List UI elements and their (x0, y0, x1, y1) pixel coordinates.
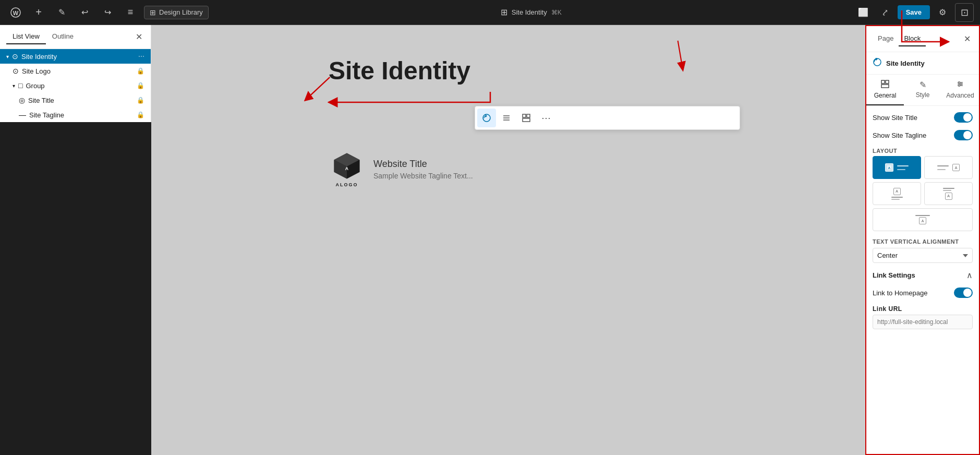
design-library-icon: ⊞ (150, 8, 156, 17)
sub-tab-style-label: Style (916, 91, 930, 99)
close-panel-button[interactable]: ✕ (134, 30, 144, 44)
chevron-down-icon: ▾ (6, 54, 9, 59)
left-panel-tabs: List View Outline (6, 29, 80, 44)
layout-option-5[interactable]: A (873, 208, 973, 231)
svg-text:A: A (345, 166, 349, 171)
settings-button[interactable]: ⚙ (933, 3, 952, 22)
layout-option-4[interactable]: A (924, 182, 973, 205)
link-to-homepage-row: Link to Homepage (873, 288, 973, 298)
toolbar-align-button[interactable] (497, 109, 516, 127)
wp-logo-button[interactable]: W (6, 3, 25, 22)
show-site-tagline-row: Show Site Tagline (873, 130, 973, 140)
svg-point-25 (959, 85, 960, 87)
preview-button[interactable]: ⬜ (854, 3, 873, 22)
site-identity-icon: ⊙ (12, 52, 18, 61)
lock-icon-group: 🔒 (137, 82, 144, 89)
close-right-panel-button[interactable]: ✕ (962, 32, 973, 46)
center-block-icon: ⊞ (501, 7, 507, 17)
svg-rect-19 (881, 85, 889, 88)
link-settings-header: Link Settings ∧ (873, 270, 973, 280)
site-tagline-display: Sample Website Tagline Text... (373, 172, 473, 180)
tree-label-site-logo: Site Logo (22, 67, 51, 75)
tree-label-site-identity: Site Identity (21, 53, 57, 61)
tab-outline[interactable]: Outline (46, 29, 80, 44)
site-tagline-icon: — (19, 111, 26, 119)
svg-point-24 (961, 83, 962, 85)
site-title-display: Website Title (373, 159, 473, 170)
link-settings-label: Link Settings (873, 271, 915, 279)
tree-label-site-tagline: Site Tagline (29, 111, 64, 119)
general-icon (881, 80, 889, 90)
right-panel: Page Block ✕ Site Identity (865, 25, 980, 455)
link-settings-collapse-button[interactable]: ∧ (966, 270, 973, 280)
tree-item-group[interactable]: ▾ □ Group 🔒 (0, 78, 151, 93)
topbar: W + ✎ ↩ ↪ ≡ ⊞ Design Library ⊞ Site Iden… (0, 0, 980, 25)
redo-button[interactable]: ↪ (98, 3, 117, 22)
toolbar-rotate-button[interactable] (477, 109, 496, 127)
edit-button[interactable]: ✎ (52, 3, 71, 22)
svg-rect-8 (523, 114, 526, 117)
layout-option-2[interactable]: A (924, 156, 973, 179)
block-toolbar: ⋯ (475, 106, 740, 130)
topbar-left: W + ✎ ↩ ↪ ≡ ⊞ Design Library (6, 3, 209, 22)
sub-tab-general[interactable]: General (866, 75, 904, 105)
site-logo-icon: ⊙ (13, 67, 19, 75)
svg-line-2 (307, 77, 330, 98)
undo-button[interactable]: ↩ (75, 3, 94, 22)
tree-item-site-identity[interactable]: ▾ ⊙ Site Identity ⋯ (0, 49, 151, 64)
svg-text:A: A (888, 166, 891, 170)
block-title: Site Identity (886, 59, 925, 67)
tab-block[interactable]: Block (899, 31, 926, 46)
lock-icon-title: 🔒 (137, 97, 144, 104)
topbar-right: ⬜ ⤤ Save ⚙ ⊡ (854, 3, 974, 22)
panel-tabs: Page Block (873, 31, 926, 46)
toolbar-layout-button[interactable] (517, 109, 536, 127)
show-site-title-label: Show Site Title (873, 114, 917, 122)
show-site-tagline-toggle[interactable] (954, 130, 973, 140)
advanced-icon (956, 80, 964, 90)
tree-item-site-title[interactable]: ◎ Site Title 🔒 (0, 93, 151, 107)
layout-grid: A (873, 156, 973, 231)
svg-rect-9 (527, 114, 530, 117)
tree-label-site-title: Site Title (28, 97, 54, 104)
show-site-title-toggle[interactable] (954, 112, 973, 123)
tab-list-view[interactable]: List View (6, 29, 46, 44)
svg-rect-18 (886, 80, 889, 83)
more-options-icon: ⋯ (138, 53, 144, 60)
left-panel-header: List View Outline ✕ (0, 25, 151, 49)
tree-item-site-tagline[interactable]: — Site Tagline 🔒 (0, 107, 151, 122)
add-button[interactable]: + (29, 3, 48, 22)
layout-option-1[interactable]: A (873, 156, 921, 179)
tree-item-site-logo[interactable]: ⊙ Site Logo 🔒 (0, 64, 151, 78)
canvas-title: Site Identity (329, 56, 740, 85)
link-to-homepage-toggle[interactable] (954, 288, 973, 298)
chevron-down-icon-group: ▾ (13, 83, 15, 89)
style-icon: ✎ (919, 80, 926, 90)
text-alignment-select[interactable]: Center Top Bottom (873, 248, 973, 263)
layout-section-label: Layout (873, 148, 973, 154)
design-library-button[interactable]: ⊞ Design Library (144, 6, 209, 19)
list-view-button[interactable]: ≡ (121, 3, 140, 22)
main-layout: List View Outline ✕ ▾ ⊙ Site Identity ⋯ … (0, 25, 980, 455)
layout-button[interactable]: ⊡ (955, 3, 974, 22)
link-settings-section: Link Settings ∧ (873, 270, 973, 280)
canvas: Site Identity (151, 25, 865, 455)
tab-page[interactable]: Page (873, 31, 899, 46)
svg-point-16 (874, 58, 881, 66)
svg-rect-10 (523, 118, 530, 122)
center-shortcut: ⌘K (551, 9, 562, 16)
save-button[interactable]: Save (898, 5, 930, 19)
show-site-title-row: Show Site Title (873, 112, 973, 123)
toolbar-more-button[interactable]: ⋯ (537, 109, 555, 127)
link-url-input[interactable] (873, 315, 973, 329)
sub-tab-general-label: General (874, 92, 897, 99)
tree-label-group: Group (26, 82, 44, 90)
layout-option-3[interactable]: A (873, 182, 921, 205)
site-title-icon: ◎ (19, 96, 25, 104)
block-header: Site Identity (866, 52, 979, 75)
sub-tab-style[interactable]: ✎ Style (904, 75, 941, 105)
svg-rect-17 (881, 80, 885, 83)
sub-tab-advanced[interactable]: Advanced (941, 75, 979, 105)
external-link-button[interactable]: ⤤ (876, 3, 894, 22)
svg-point-23 (959, 82, 960, 83)
